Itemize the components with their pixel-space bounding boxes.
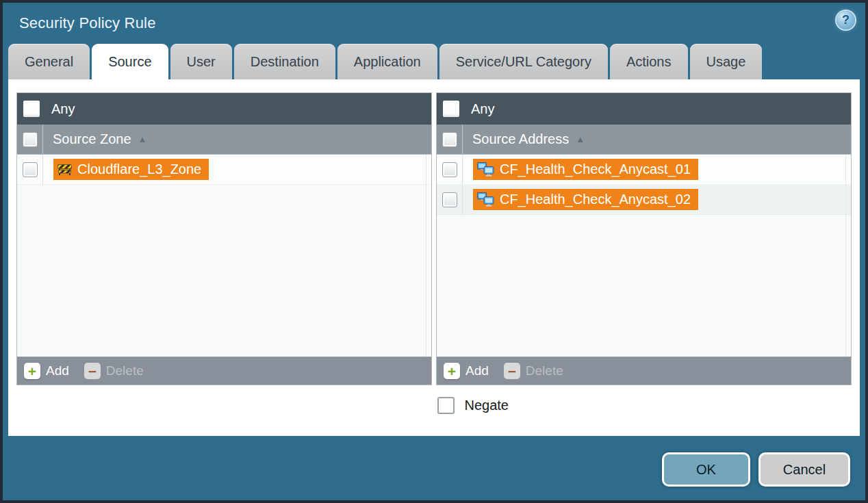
dialog-footer: OK Cancel xyxy=(3,436,865,500)
delete-icon: − xyxy=(84,363,101,379)
add-icon: + xyxy=(24,363,40,379)
tab-bar: General Source User Destination Applicat… xyxy=(3,44,865,79)
source-address-item[interactable]: CF_Health_Check_Anycast_02 xyxy=(473,189,698,210)
cancel-button[interactable]: Cancel xyxy=(758,452,850,487)
zone-icon xyxy=(58,164,72,176)
source-address-column-label: Source Address xyxy=(472,131,569,147)
ok-button[interactable]: OK xyxy=(662,452,750,487)
source-address-select-all-checkbox[interactable] xyxy=(442,132,457,147)
dialog-title: Security Policy Rule xyxy=(19,14,156,32)
source-address-add-button[interactable]: + Add xyxy=(444,363,489,379)
source-address-item-label: CF_Health_Check_Anycast_01 xyxy=(500,162,691,177)
source-address-row-checkbox[interactable] xyxy=(442,162,457,177)
source-zone-item-label: Cloudflare_L3_Zone xyxy=(77,162,201,177)
source-zone-add-button[interactable]: + Add xyxy=(24,363,69,379)
add-icon: + xyxy=(444,363,460,379)
source-zone-select-all-checkbox[interactable] xyxy=(23,132,38,147)
delete-icon: − xyxy=(504,363,520,379)
source-address-panel: Any Source Address ▲ xyxy=(436,92,852,385)
negate-label: Negate xyxy=(465,398,509,413)
tab-usage[interactable]: Usage xyxy=(690,44,763,79)
source-zone-panel: Any Source Zone ▲ xyxy=(16,92,432,385)
add-button-label: Add xyxy=(465,363,489,378)
help-icon[interactable]: ? xyxy=(837,11,855,29)
tab-destination[interactable]: Destination xyxy=(234,44,335,79)
delete-button-label: Delete xyxy=(526,363,563,378)
negate-checkbox[interactable] xyxy=(437,397,455,414)
source-address-toolbar: + Add − Delete xyxy=(437,357,851,385)
source-zone-delete-button[interactable]: − Delete xyxy=(84,363,144,379)
source-address-row-checkbox[interactable] xyxy=(442,192,457,207)
source-zone-any-checkbox[interactable] xyxy=(23,101,40,117)
tab-actions[interactable]: Actions xyxy=(610,44,688,79)
source-zone-any-label: Any xyxy=(51,101,75,117)
source-address-column-header[interactable]: Source Address ▲ xyxy=(437,125,851,155)
help-glyph: ? xyxy=(842,13,850,27)
tab-source[interactable]: Source xyxy=(92,44,168,79)
table-row: Cloudflare_L3_Zone xyxy=(17,155,431,185)
sort-ascending-icon[interactable]: ▲ xyxy=(138,134,147,144)
source-zone-any-header: Any xyxy=(17,93,431,125)
source-address-item-label: CF_Health_Check_Anycast_02 xyxy=(500,192,691,207)
source-address-any-checkbox[interactable] xyxy=(443,101,459,117)
dialog-titlebar: Security Policy Rule ? xyxy=(3,3,865,44)
add-button-label: Add xyxy=(46,363,69,378)
address-icon xyxy=(477,192,494,207)
security-policy-rule-dialog: Security Policy Rule ? General Source Us… xyxy=(0,0,868,503)
source-address-any-header: Any xyxy=(437,93,851,125)
sort-ascending-icon[interactable]: ▲ xyxy=(576,134,585,144)
delete-button-label: Delete xyxy=(106,363,144,378)
source-zone-list: Cloudflare_L3_Zone xyxy=(17,155,431,357)
source-tab-content: Any Source Zone ▲ xyxy=(8,79,860,436)
table-row: CF_Health_Check_Anycast_02 xyxy=(437,185,851,215)
source-zone-column-label: Source Zone xyxy=(53,131,131,147)
source-zone-row-checkbox[interactable] xyxy=(23,162,38,177)
source-address-list: CF_Health_Check_Anycast_01 xyxy=(437,155,851,357)
source-address-delete-button[interactable]: − Delete xyxy=(504,363,563,379)
tab-user[interactable]: User xyxy=(170,44,232,79)
source-zone-item[interactable]: Cloudflare_L3_Zone xyxy=(53,159,209,180)
tab-general[interactable]: General xyxy=(8,44,90,79)
tab-application[interactable]: Application xyxy=(337,44,437,79)
source-zone-column-header[interactable]: Source Zone ▲ xyxy=(17,125,431,155)
tab-service-url-category[interactable]: Service/URL Category xyxy=(439,44,608,79)
source-address-item[interactable]: CF_Health_Check_Anycast_01 xyxy=(473,159,698,180)
address-icon xyxy=(477,162,494,177)
negate-row: Negate xyxy=(16,385,852,414)
table-row: CF_Health_Check_Anycast_01 xyxy=(437,155,851,185)
source-zone-toolbar: + Add − Delete xyxy=(17,357,431,385)
source-address-any-label: Any xyxy=(471,101,494,117)
